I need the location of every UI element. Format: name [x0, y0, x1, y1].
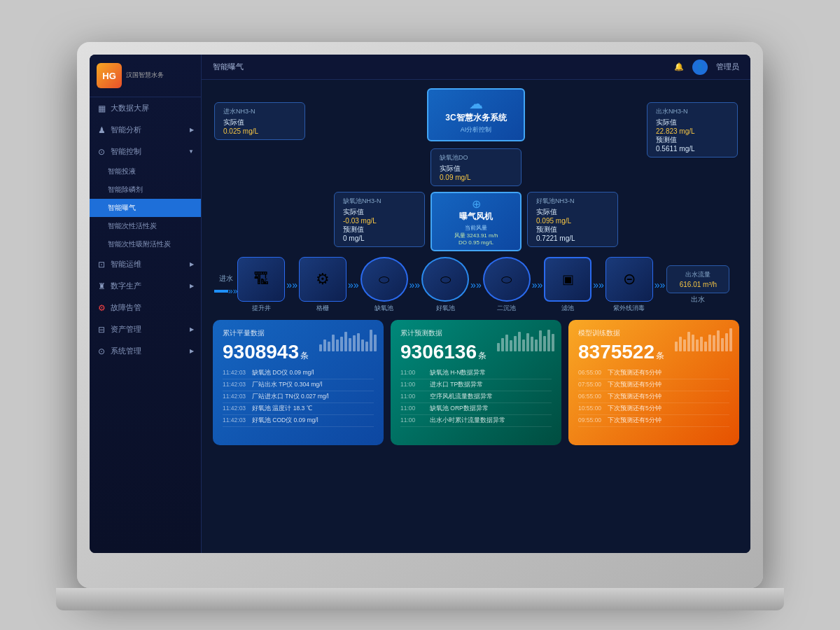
equip-filter-icon: ▣	[544, 257, 592, 302]
equip-lift-well: 🏗 提升井	[237, 257, 285, 313]
inflow-section: 进水 »»	[214, 274, 237, 296]
equip-filter: ▣ 滤池	[544, 257, 592, 313]
nav-big-screen[interactable]: ▦ 大数据大屏	[90, 97, 201, 119]
inflow-label: 进水	[219, 274, 233, 284]
nav-sub-aeration[interactable]: 智能曝气	[90, 199, 201, 217]
equip-uv: ⊝ 紫外线消毒	[606, 257, 653, 313]
stat-count-2: 8375522	[578, 341, 654, 363]
stat-unit-0: 条	[300, 350, 309, 362]
system-title: 3C智慧水务系统	[440, 112, 512, 124]
topbar: 智能曝气 🔔 👤 管理员	[202, 55, 750, 80]
center-system-card: ☁ 3C智慧水务系统 AI分析控制	[427, 88, 525, 141]
log-item-1-3: 11:00 缺氧池 ORP数据异常	[400, 403, 552, 415]
log-item-0-2: 11:42:03 厂站进水口 TN仪 0.027 mg/l	[223, 391, 374, 403]
nav-smart-ops[interactable]: ⊡ 智能运维 ▶	[90, 253, 201, 275]
nav-smart-analysis[interactable]: ♟ 智能分析 ▶	[90, 119, 201, 141]
nav-smart-control[interactable]: ⊙ 智能控制 ▼	[90, 141, 201, 162]
page-title: 智能曝气	[213, 62, 244, 72]
outflow-label: 出水	[691, 295, 705, 304]
main-content: 智能曝气 🔔 👤 管理员 进水NH3-N 实际值	[202, 55, 750, 553]
nav-icon-control: ⊙	[97, 147, 106, 157]
nav-icon-ops: ⊡	[97, 260, 106, 270]
log-item-2-0: 06:55:00 下次预测还有5分钟	[578, 368, 729, 379]
nav-icon-screen: ▦	[97, 104, 106, 113]
admin-label: 管理员	[716, 62, 739, 72]
outlet-nh3-label: 出水NH3-N	[656, 107, 729, 116]
nav-system-mgmt[interactable]: ⊙ 系统管理 ▶	[90, 340, 201, 362]
nav-label-fault: 故障告管	[111, 302, 141, 313]
equip-secondary-label: 二沉池	[497, 304, 516, 313]
nav-arrow-analysis: ▶	[190, 127, 194, 133]
log-item-1-1: 11:00 进水口 TP数据异常	[400, 379, 552, 391]
flow-arrow-7: »»	[653, 279, 667, 290]
equip-screen-icon: ⚙	[299, 257, 346, 302]
equip-uv-label: 紫外线消毒	[613, 304, 645, 313]
logo-text: HG	[102, 71, 116, 81]
flow-arrow-5: »»	[531, 279, 545, 290]
stat-bars-2	[675, 327, 732, 351]
nav-sub-carbon1[interactable]: 智能次性活性炭	[90, 217, 201, 235]
outlet-nh3-card: 出水NH3-N 实际值 22.823 mg/L 预测值 0.5611 mg/L	[647, 102, 738, 158]
cloud-icon: ☁	[440, 95, 512, 112]
aerobic-nh3-card: 好氧池NH3-N 实际值 0.095 mg/L 预测值 0.7221 mg/L	[527, 192, 618, 247]
equip-secondary-icon: ⬭	[483, 257, 531, 302]
equip-aerobic-icon: ⬭	[421, 257, 469, 302]
stat-logs-2: 06:55:00 下次预测还有5分钟 07:55:00 下次预测还有5分钟 06…	[578, 368, 729, 427]
stat-count-1: 9306136	[400, 341, 477, 363]
anoxic-do-value: 0.09 mg/L	[440, 174, 512, 181]
nav-sub-phosphorus[interactable]: 智能除磷剂	[90, 181, 201, 199]
nav-label-prod: 数字生产	[111, 281, 141, 291]
outlet-nh3-predicted: 0.5611 mg/L	[656, 145, 729, 153]
fan-flow-value: 风量 3243.91 m/h	[439, 232, 513, 239]
log-item-1-4: 11:00 出水小时累计流量数据异常	[400, 415, 552, 427]
nav-icon-system: ⊙	[97, 346, 106, 356]
nav-asset-mgmt[interactable]: ⊟ 资产管理 ▶	[90, 318, 201, 340]
anoxic-nh3-predicted: 0 mg/L	[343, 234, 416, 242]
log-item-2-2: 06:55:00 下次预测还有5分钟	[578, 391, 729, 403]
fan-icon: ⊕	[439, 197, 513, 211]
nav-fault-mgmt[interactable]: ⚙ 故障告管	[90, 297, 201, 318]
logo-box: HG	[97, 63, 122, 88]
flow-arrow-2: »»	[346, 279, 360, 290]
nav-icon-fault: ⚙	[97, 303, 106, 313]
admin-avatar: 👤	[692, 59, 708, 75]
nav-sub-label-liquid: 智能投液	[108, 167, 136, 175]
aerobic-nh3-label: 好氧池NH3-N	[536, 197, 609, 206]
outlet-flow-label: 出水流量	[676, 270, 720, 279]
stat-count-0: 9308943	[223, 341, 299, 363]
flow-arrow-1: »»	[285, 279, 299, 290]
outlet-nh3-value: 22.823 mg/L	[656, 127, 729, 135]
equip-filter-label: 滤池	[561, 304, 574, 313]
nav-icon-analysis: ♟	[97, 125, 106, 135]
aerobic-nh3-value: 0.095 mg/L	[536, 217, 609, 225]
nav-sub-liquid[interactable]: 智能投液	[90, 162, 201, 181]
log-item-2-3: 10:55:00 下次预测还有5分钟	[578, 403, 729, 415]
equip-uv-icon: ⊝	[606, 257, 653, 302]
nav-icon-asset: ⊟	[97, 325, 106, 335]
nav-sub-label-phosphorus: 智能除磷剂	[108, 186, 143, 193]
nav-arrow-system: ▶	[190, 348, 194, 354]
stat-card-predicted: 累计预测数据	[391, 320, 561, 445]
nav-arrow-asset: ▶	[190, 326, 194, 332]
stat-logs-1: 11:00 缺氧池 H-N数据异常 11:00 进水口 TP数据异常 11:00…	[400, 368, 552, 427]
stat-logs-0: 11:42:03 缺氧池 DO仪 0.09 mg/l 11:42:03 厂站出水…	[223, 368, 374, 427]
inlet-nh3-actual-label: 实际值	[223, 118, 296, 127]
nav-digital-prod[interactable]: ♜ 数字生产 ▶	[90, 275, 201, 297]
topbar-right: 🔔 👤 管理员	[674, 59, 739, 75]
logo-subtext: 汉国智慧水务	[126, 71, 164, 80]
nav-arrow-ops: ▶	[190, 261, 194, 267]
nav-sub-carbon2[interactable]: 智能次性吸附活性炭	[90, 235, 201, 253]
fan-title: 曝气风机	[439, 211, 513, 223]
process-area: 进水NH3-N 实际值 0.025 mg/L ☁ 3C智慧水务系统 AI分析控制	[202, 80, 750, 553]
inlet-nh3-card: 进水NH3-N 实际值 0.025 mg/L	[214, 102, 305, 140]
log-item-2-4: 09:55:00 下次预测还有5分钟	[578, 415, 729, 427]
log-item-1-0: 11:00 缺氧池 H-N数据异常	[400, 368, 552, 379]
stat-card-model: 模型训练数据	[568, 320, 739, 445]
fan-do-value: DO 0.95 mg/L	[439, 239, 513, 246]
equip-screen-label: 格栅	[316, 304, 329, 313]
stats-row: 累计平量数据	[207, 314, 745, 451]
nav-label-analysis: 智能分析	[111, 125, 141, 135]
outflow-section: 出水流量 616.01 m³/h 出水	[666, 265, 729, 304]
nav-label-screen: 大数据大屏	[111, 103, 149, 113]
nav-sub-label-aeration: 智能曝气	[108, 203, 136, 213]
